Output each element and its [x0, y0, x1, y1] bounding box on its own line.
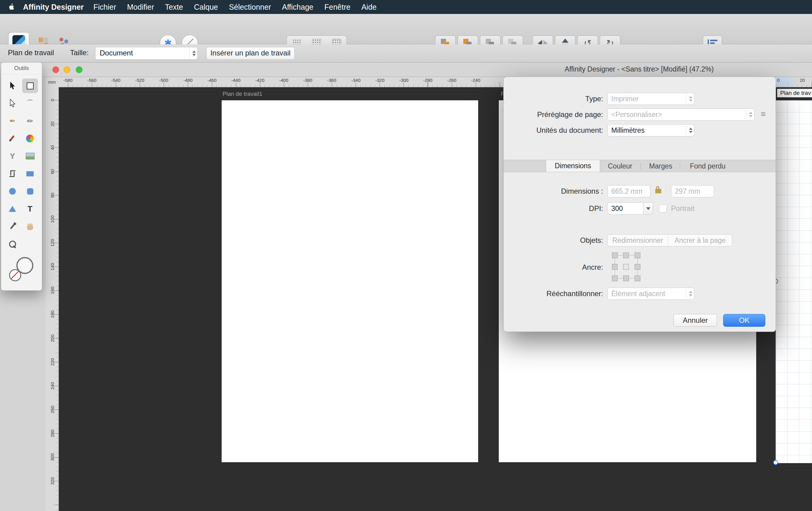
menu-aide[interactable]: Aide — [356, 3, 382, 11]
empty-tool-slot — [22, 237, 38, 251]
tab-fond-perdu[interactable]: Fond perdu — [690, 162, 726, 170]
anchor-handle-right[interactable] — [635, 264, 640, 270]
ellipse-tool[interactable] — [4, 184, 20, 199]
context-toolbar: Plan de travail Taille: Document Insérer… — [0, 44, 812, 62]
main-toolbar: ✱ ↺ — [0, 14, 812, 44]
crop-tool[interactable] — [4, 167, 20, 181]
corner-tool-icon: ⌒ — [26, 99, 34, 107]
portrait-label: Portrait — [671, 203, 694, 215]
aspect-lock-icon[interactable] — [655, 189, 661, 193]
text-tool[interactable]: T — [22, 202, 38, 216]
pencil-tool[interactable]: ✏ — [22, 114, 38, 128]
menu-fenetre[interactable]: Fenêtre — [319, 3, 356, 11]
transparency-tool[interactable]: Y — [4, 149, 20, 163]
anchor-handle-top[interactable] — [623, 252, 629, 258]
size-select[interactable]: Document — [95, 47, 198, 60]
text-tool-icon: T — [28, 205, 32, 213]
anchor-handle-center[interactable] — [623, 264, 629, 270]
pen-tool[interactable]: ✒ — [4, 114, 20, 128]
artboard3-label[interactable]: Plan de trav — [777, 89, 812, 97]
caret-down-icon — [646, 207, 650, 210]
anchor-to-page-option[interactable]: Ancrer à la page — [668, 235, 732, 246]
preset-list-icon[interactable]: ≡ — [761, 109, 765, 119]
width-input[interactable]: 665,2 mm — [607, 185, 650, 197]
anchor-label: Ancre: — [504, 261, 603, 273]
vector-brush-tool[interactable] — [4, 131, 20, 146]
artboard1-label[interactable]: Plan de travail1 — [223, 91, 262, 97]
fill-tool[interactable] — [22, 131, 38, 146]
resample-label: Rééchantillonner: — [504, 288, 603, 300]
menu-modifier[interactable]: Modifier — [122, 3, 160, 11]
artboard-tool-icon — [27, 83, 34, 89]
view-tool[interactable] — [22, 219, 38, 234]
fill-color-icon[interactable] — [9, 269, 21, 281]
height-input[interactable]: 297 mm — [671, 185, 714, 197]
crop-tool-icon — [9, 170, 16, 177]
apple-menu[interactable] — [8, 3, 14, 11]
resize-option[interactable]: Redimensionner — [608, 235, 668, 246]
menu-affichage[interactable]: Affichage — [277, 3, 319, 11]
artboard-1[interactable] — [222, 100, 478, 462]
portrait-checkbox[interactable] — [659, 205, 667, 212]
dimensions-row: Dimensions : 665,2 mm 297 mm — [504, 185, 776, 197]
zoom-window-button[interactable] — [76, 66, 83, 73]
triangle-tool[interactable] — [4, 202, 20, 216]
tools-panel-title: Outils — [1, 62, 42, 74]
ok-button[interactable]: OK — [723, 314, 765, 327]
rectangle-tool[interactable] — [22, 167, 38, 181]
dialog-buttons-row: Annuler OK — [504, 314, 776, 327]
hand-tool-icon — [27, 226, 33, 230]
tab-dimensions[interactable]: Dimensions — [546, 160, 600, 172]
ellipse-tool-icon — [9, 188, 16, 194]
minimize-window-button[interactable] — [64, 66, 70, 73]
menu-calque[interactable]: Calque — [188, 3, 224, 11]
resample-dropdown[interactable]: Élément adjacent — [607, 288, 694, 300]
active-tool-label: Plan de travail — [8, 49, 54, 57]
type-row: Type: Imprimer — [504, 93, 776, 105]
preset-dropdown[interactable]: <Personnaliser> — [607, 109, 754, 121]
preset-row: Préréglage de page: <Personnaliser> ≡ — [504, 109, 776, 121]
tab-couleur[interactable]: Couleur — [608, 162, 633, 170]
rectangle-tool-icon — [26, 171, 34, 176]
rounded-rectangle-tool[interactable] — [22, 184, 38, 199]
tab-marges[interactable]: Marges — [649, 162, 672, 170]
menu-texte[interactable]: Texte — [160, 3, 188, 11]
node-tool-icon — [9, 99, 16, 108]
dpi-dropdown-button[interactable] — [643, 203, 653, 215]
tab-separator — [640, 163, 641, 170]
insert-artboard-button[interactable]: Insérer un plan de travail — [206, 47, 295, 60]
vertical-ruler[interactable]: 0 20 40 60 80 100 120 140 160 180 200 22… — [46, 87, 59, 511]
objects-label: Objets: — [504, 234, 603, 246]
dropdown-stepper-icon — [686, 289, 693, 298]
units-dropdown[interactable]: Millimètres — [607, 124, 694, 137]
pencil-tool-icon: ✏ — [27, 117, 33, 125]
corner-tool[interactable]: ⌒ — [22, 96, 38, 111]
node-tool[interactable] — [4, 96, 20, 111]
anchor-handle-top-right[interactable] — [635, 252, 640, 258]
zoom-tool[interactable] — [4, 237, 20, 251]
dpi-label: DPI: — [504, 203, 603, 215]
anchor-handle-bottom-right[interactable] — [635, 275, 640, 281]
close-window-button[interactable] — [53, 66, 59, 73]
fill-stroke-selector[interactable] — [9, 257, 35, 281]
anchor-handle-top-left[interactable] — [612, 252, 618, 258]
anchor-handle-bottom-left[interactable] — [612, 275, 618, 281]
dpi-input[interactable]: 300 — [607, 203, 644, 215]
cancel-button[interactable]: Annuler — [673, 314, 717, 327]
ruler-unit-label: mm — [48, 80, 56, 85]
menu-fichier[interactable]: Fichier — [88, 3, 122, 11]
selection-handle-bottom[interactable] — [773, 460, 778, 465]
color-picker-tool[interactable] — [4, 219, 20, 234]
artboard-3[interactable] — [775, 100, 812, 463]
menu-selectionner[interactable]: Sélectionner — [224, 3, 277, 11]
place-image-tool-icon — [26, 153, 35, 159]
pen-tool-icon: ✒ — [9, 117, 16, 125]
anchor-handle-left[interactable] — [612, 264, 618, 270]
menu-app-name[interactable]: Affinity Designer — [19, 3, 88, 11]
place-image-tool[interactable] — [22, 149, 38, 163]
artboard-tool[interactable] — [22, 79, 38, 93]
anchor-handle-bottom[interactable] — [623, 275, 629, 281]
move-tool[interactable] — [4, 79, 20, 93]
objects-segmented-control: Redimensionner Ancrer à la page — [607, 234, 732, 246]
type-dropdown[interactable]: Imprimer — [607, 93, 694, 105]
